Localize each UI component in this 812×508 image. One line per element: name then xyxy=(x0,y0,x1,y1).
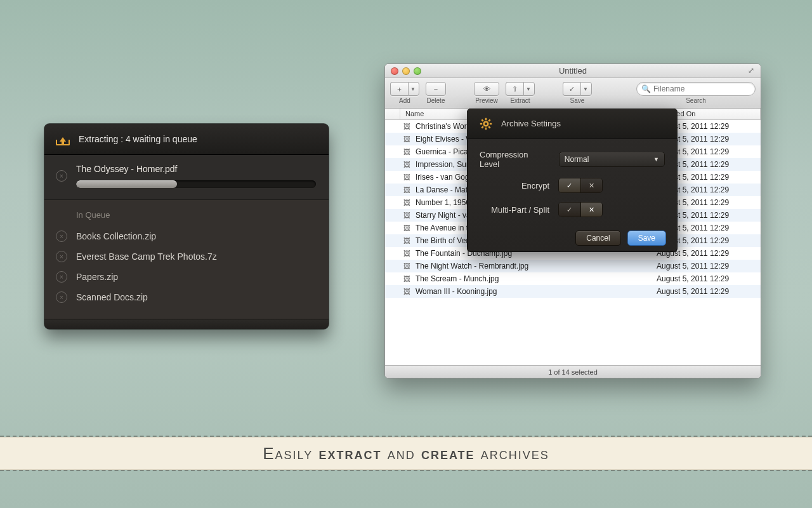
file-icon: 🖼 xyxy=(400,250,413,257)
encrypt-on-button[interactable]: ✓ xyxy=(559,178,580,192)
cancel-button[interactable]: Cancel xyxy=(575,231,620,246)
encrypt-segmented[interactable]: ✓ ✕ xyxy=(558,178,603,193)
svg-point-0 xyxy=(484,121,488,126)
compression-label: Compression Level xyxy=(480,150,550,169)
cancel-queue-button[interactable]: × xyxy=(56,251,67,262)
extract-label: Extract xyxy=(510,97,530,104)
chevron-down-icon: ▼ xyxy=(653,156,659,163)
queue-item-label: Everest Base Camp Trek Photos.7z xyxy=(76,251,217,262)
promo-text: Easily extract and create archives xyxy=(263,444,549,464)
save-toolbar-button[interactable]: ✓ xyxy=(563,82,580,96)
queue-heading: In Queue xyxy=(76,210,316,220)
preview-button[interactable]: 👁 xyxy=(474,82,499,96)
add-label: Add xyxy=(399,97,410,104)
gear-icon xyxy=(480,117,492,130)
search-icon: 🔍 xyxy=(641,84,651,93)
table-row[interactable]: 🖼Woman III - Kooning.jpgAugust 5, 2011 1… xyxy=(385,285,761,298)
split-off-button[interactable]: ✕ xyxy=(580,203,603,217)
file-icon: 🖼 xyxy=(400,211,413,219)
popover-header: Archive Settings xyxy=(467,109,678,139)
current-file-label: The Odyssey - Homer.pdf xyxy=(76,164,316,174)
chevron-down-icon: ▼ xyxy=(581,86,591,92)
encrypt-label: Encrypt xyxy=(521,181,549,190)
file-icon: 🖼 xyxy=(400,275,413,283)
extract-button[interactable]: ⇧ xyxy=(506,82,523,96)
status-bar: 1 of 14 selected xyxy=(385,365,761,378)
cancel-queue-button[interactable]: × xyxy=(56,291,67,303)
queue-section: In Queue ×Books Collection.zip×Everest B… xyxy=(44,200,329,319)
check-icon: ✓ xyxy=(565,86,579,93)
split-on-button[interactable]: ✓ xyxy=(559,203,580,217)
minus-icon: − xyxy=(430,86,442,93)
queue-item: ×Scanned Docs.zip xyxy=(56,287,316,307)
plus-icon: ＋ xyxy=(392,86,407,93)
file-icon: 🖼 xyxy=(400,161,413,168)
queue-item-label: Books Collection.zip xyxy=(76,231,156,241)
queue-item-label: Papers.zip xyxy=(76,272,118,282)
window-title: Untitled xyxy=(385,66,761,76)
svg-line-5 xyxy=(481,119,483,121)
add-menu-button[interactable]: ▼ xyxy=(408,82,419,96)
extract-menu-button[interactable]: ▼ xyxy=(523,82,535,96)
extraction-panel: Extracting : 4 waiting in queue × The Od… xyxy=(44,124,329,329)
file-icon: 🖼 xyxy=(400,199,413,206)
split-segmented[interactable]: ✓ ✕ xyxy=(558,202,603,217)
file-date: August 5, 2011 12:29 xyxy=(653,262,761,271)
queue-item-label: Scanned Docs.zip xyxy=(76,292,148,302)
compression-value: Normal xyxy=(565,155,589,164)
queue-item: ×Papers.zip xyxy=(56,267,316,287)
save-label: Save xyxy=(570,97,585,104)
delete-label: Delete xyxy=(427,97,445,104)
file-icon: 🖼 xyxy=(400,173,413,181)
extraction-progress: × The Odyssey - Homer.pdf xyxy=(44,155,329,200)
split-label: Multi-Part / Split xyxy=(491,205,549,215)
search-input[interactable] xyxy=(636,82,756,96)
titlebar[interactable]: Untitled ⤢ xyxy=(385,64,761,78)
add-button[interactable]: ＋ xyxy=(390,82,408,96)
delete-button[interactable]: − xyxy=(426,82,446,96)
chevron-down-icon: ▼ xyxy=(409,86,419,92)
cancel-queue-button[interactable]: × xyxy=(56,271,67,283)
file-icon: 🖼 xyxy=(400,224,413,232)
table-row[interactable]: 🖼The Scream - Munch.jpgAugust 5, 2011 12… xyxy=(385,272,761,285)
table-row[interactable]: 🖼The Night Watch - Rembrandt.jpgAugust 5… xyxy=(385,260,761,272)
file-date: August 5, 2011 12:29 xyxy=(653,274,761,283)
file-icon: 🖼 xyxy=(400,135,413,143)
cancel-queue-button[interactable]: × xyxy=(56,231,67,242)
popover-title: Archive Settings xyxy=(501,119,561,128)
file-name: Woman III - Kooning.jpg xyxy=(413,287,653,296)
fullscreen-button[interactable]: ⤢ xyxy=(748,66,757,75)
chevron-down-icon: ▼ xyxy=(524,86,534,92)
file-icon: 🖼 xyxy=(400,288,413,295)
eye-icon: 👁 xyxy=(480,86,494,93)
file-icon: 🖼 xyxy=(400,262,413,270)
promo-banner: Easily extract and create archives xyxy=(0,436,812,471)
file-icon: 🖼 xyxy=(400,237,413,244)
svg-line-6 xyxy=(488,126,490,128)
queue-item: ×Everest Base Camp Trek Photos.7z xyxy=(56,246,316,267)
file-icon: 🖼 xyxy=(400,186,413,194)
file-icon: 🖼 xyxy=(400,123,413,130)
toolbar: ＋ ▼ Add − Delete 👁 Preview ⇧ ▼ Extract ✓… xyxy=(385,78,761,109)
encrypt-off-button[interactable]: ✕ xyxy=(580,178,603,192)
save-button[interactable]: Save xyxy=(627,231,666,246)
panel-footer xyxy=(44,319,329,329)
file-icon: 🖼 xyxy=(400,148,413,156)
search-label: Search xyxy=(686,97,706,104)
compression-select[interactable]: Normal ▼ xyxy=(559,152,665,167)
extract-up-icon: ⇧ xyxy=(508,86,521,93)
archive-settings-popover: Archive Settings Compression Level Norma… xyxy=(467,109,678,252)
file-name: The Night Watch - Rembrandt.jpg xyxy=(413,262,653,271)
extraction-title: Extracting : 4 waiting in queue xyxy=(79,134,197,144)
svg-line-8 xyxy=(488,119,490,121)
progress-bar xyxy=(76,180,316,188)
save-menu-button[interactable]: ▼ xyxy=(580,82,592,96)
extract-icon xyxy=(56,133,70,145)
cancel-current-button[interactable]: × xyxy=(56,170,67,182)
extraction-header: Extracting : 4 waiting in queue xyxy=(44,124,329,155)
svg-line-7 xyxy=(481,126,483,128)
file-name: The Scream - Munch.jpg xyxy=(413,274,653,283)
file-date: August 5, 2011 12:29 xyxy=(653,287,761,296)
preview-label: Preview xyxy=(475,97,498,104)
queue-item: ×Books Collection.zip xyxy=(56,226,316,246)
